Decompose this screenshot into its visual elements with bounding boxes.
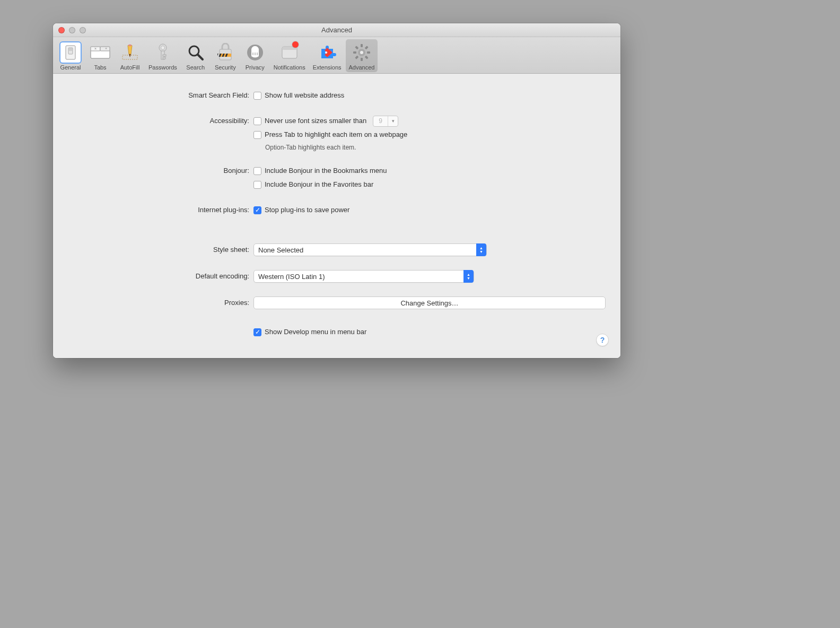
option-tab-note: Option-Tab highlights each item. — [265, 144, 606, 151]
tab-notifications-label: Notifications — [274, 64, 305, 71]
svg-rect-13 — [163, 55, 166, 56]
bonjour-favorites-checkbox[interactable] — [253, 181, 261, 189]
tab-tabs[interactable]: × + Tabs — [86, 39, 115, 72]
show-full-address-label: Show full website address — [265, 90, 344, 101]
encoding-popup[interactable]: Western (ISO Latin 1) ▲▼ — [253, 270, 474, 283]
titlebar: Advanced — [53, 23, 620, 37]
tab-security-label: Security — [214, 64, 237, 71]
security-icon — [214, 41, 237, 64]
svg-point-32 — [325, 51, 327, 54]
font-size-value: 9 — [373, 116, 388, 126]
tab-extensions-label: Extensions — [313, 64, 342, 71]
search-icon — [185, 41, 207, 64]
stylesheet-label: Style sheet: — [68, 244, 253, 256]
tab-advanced[interactable]: Advanced — [346, 39, 378, 72]
tab-tabs-label: Tabs — [89, 64, 111, 71]
tab-advanced-label: Advanced — [349, 64, 375, 71]
tab-autofill[interactable]: AutoFill — [116, 39, 144, 72]
notifications-icon — [278, 41, 301, 64]
plugins-label: Internet plug-ins: — [68, 204, 253, 216]
show-develop-label: Show Develop menu in menu bar — [265, 326, 366, 338]
passwords-icon — [152, 41, 174, 64]
proxies-label: Proxies: — [68, 297, 253, 309]
svg-rect-20 — [217, 54, 218, 57]
change-settings-button[interactable]: Change Settings… — [253, 296, 606, 309]
svg-rect-14 — [163, 57, 165, 59]
press-tab-checkbox[interactable] — [253, 131, 261, 139]
svg-text:+: + — [105, 47, 107, 50]
encoding-label: Default encoding: — [68, 271, 253, 282]
svg-rect-9 — [129, 45, 132, 46]
encoding-value: Western (ISO Latin 1) — [258, 273, 325, 281]
bonjour-favorites-label: Include Bonjour in the Favorites bar — [265, 179, 373, 190]
updown-arrows-icon: ▲▼ — [476, 243, 486, 256]
preferences-toolbar: General × + Tabs — [53, 37, 620, 74]
font-size-stepper[interactable]: 9 ▾ — [373, 116, 398, 127]
tab-search[interactable]: Search — [181, 39, 210, 72]
stylesheet-value: None Selected — [258, 246, 303, 254]
advanced-pane: Smart Search Field: Show full website ad… — [53, 74, 620, 358]
show-full-address-checkbox[interactable] — [253, 92, 261, 100]
stop-plugins-checkbox[interactable]: ✓ — [253, 206, 261, 214]
tab-search-label: Search — [185, 64, 207, 71]
tab-passwords[interactable]: Passwords — [145, 39, 180, 72]
smart-search-label: Smart Search Field: — [68, 90, 253, 101]
tab-security[interactable]: Security — [211, 39, 240, 72]
general-icon — [59, 41, 82, 64]
stylesheet-popup[interactable]: None Selected ▲▼ — [253, 243, 487, 256]
tab-privacy-label: Privacy — [244, 64, 266, 71]
advanced-icon — [351, 41, 373, 64]
show-develop-checkbox[interactable]: ✓ — [253, 328, 261, 336]
svg-line-16 — [198, 55, 203, 59]
extensions-icon — [316, 41, 338, 64]
bonjour-bookmarks-checkbox[interactable] — [253, 167, 261, 175]
tab-passwords-label: Passwords — [148, 64, 177, 71]
svg-rect-35 — [361, 44, 363, 47]
help-button[interactable]: ? — [596, 334, 609, 346]
updown-arrows-icon: ▲▼ — [463, 270, 474, 283]
change-settings-label: Change Settings… — [400, 299, 458, 307]
never-font-size-label: Never use font sizes smaller than — [265, 115, 366, 127]
svg-point-11 — [161, 46, 164, 50]
svg-text:×: × — [94, 47, 97, 50]
bonjour-bookmarks-label: Include Bonjour in the Bookmarks menu — [265, 165, 387, 177]
tab-general-label: General — [59, 64, 82, 71]
help-icon: ? — [600, 336, 605, 344]
window-title: Advanced — [53, 26, 620, 34]
tab-notifications[interactable]: Notifications — [270, 39, 309, 72]
never-font-size-checkbox[interactable] — [253, 117, 261, 125]
accessibility-label: Accessibility: — [68, 115, 253, 127]
stop-plugins-label: Stop plug-ins to save power — [265, 204, 349, 216]
tabs-icon: × + — [89, 41, 111, 64]
tab-privacy[interactable]: Privacy — [241, 39, 269, 72]
preferences-window: Advanced General × + — [53, 23, 620, 358]
tab-autofill-label: AutoFill — [119, 64, 141, 71]
tab-extensions[interactable]: Extensions — [310, 39, 345, 72]
notification-badge-icon — [292, 41, 299, 48]
press-tab-label: Press Tab to highlight each item on a we… — [265, 129, 407, 141]
autofill-icon — [119, 41, 141, 64]
svg-point-34 — [360, 51, 363, 54]
tab-general[interactable]: General — [56, 39, 85, 72]
svg-rect-2 — [69, 48, 72, 51]
chevron-down-icon: ▾ — [388, 116, 398, 126]
bonjour-label: Bonjour: — [68, 165, 253, 177]
privacy-icon — [244, 41, 266, 64]
